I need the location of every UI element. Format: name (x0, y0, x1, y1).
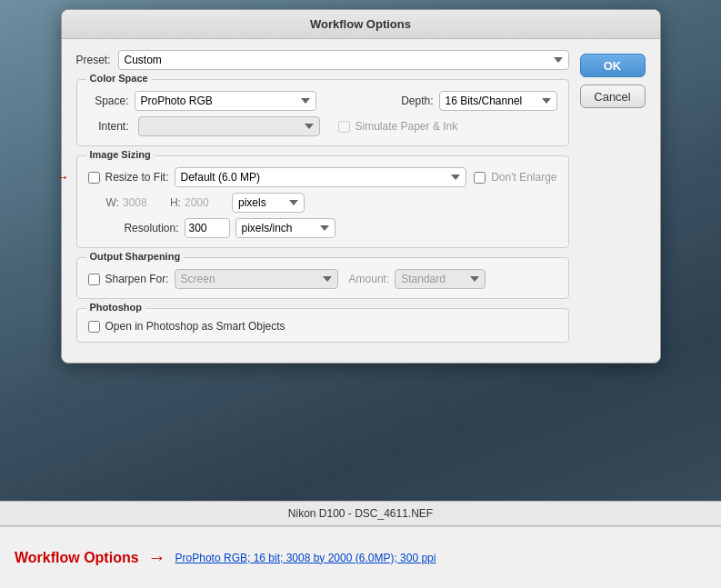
simulate-checkbox[interactable] (338, 121, 350, 133)
dialog-title: Workflow Options (310, 17, 411, 31)
preset-select[interactable]: Custom (118, 50, 569, 70)
footer-bar: Workflow Options → ProPhoto RGB; 16 bit;… (0, 526, 721, 588)
smart-objects-checkbox[interactable] (88, 321, 100, 333)
depth-select[interactable]: 16 Bits/Channel 8 Bits/Channel (439, 91, 557, 111)
preset-label: Preset: (76, 54, 111, 66)
footer-link[interactable]: ProPhoto RGB; 16 bit; 3008 by 2000 (6.0M… (175, 552, 436, 564)
dont-enlarge-checkbox[interactable] (474, 172, 486, 184)
h-label: H: (170, 196, 181, 209)
dialog-buttons: OK Cancel (580, 50, 646, 352)
dialog-titlebar: Workflow Options (62, 10, 660, 39)
w-value: 3008 (123, 196, 159, 209)
photoshop-row: Open in Photoshop as Smart Objects (88, 320, 557, 333)
dimensions-row: W: 3008 H: 2000 pixels inches cm (88, 193, 557, 213)
dialog-overlay: Workflow Options Preset: Custom Color Sp… (0, 0, 721, 501)
color-space-group: Color Space Space: ProPhoto RGB sRGB Ado… (76, 79, 569, 146)
workflow-options-dialog: Workflow Options Preset: Custom Color Sp… (61, 9, 661, 364)
photoshop-title: Photoshop (86, 302, 145, 313)
color-space-top-row: Space: ProPhoto RGB sRGB Adobe RGB Depth… (88, 91, 557, 111)
resolution-input[interactable] (185, 218, 230, 238)
smart-objects-label: Open in Photoshop as Smart Objects (105, 320, 285, 333)
image-sizing-title: Image Sizing (86, 149, 155, 160)
resize-checkbox[interactable] (88, 172, 100, 184)
h-value: 2000 (185, 196, 221, 209)
status-bar: Nikon D100 - DSC_4611.NEF (0, 501, 721, 526)
dialog-main: Preset: Custom Color Space Space: ProPho… (76, 50, 569, 352)
dont-enlarge-label: Don't Enlarge (491, 171, 556, 184)
space-label: Space: (88, 95, 129, 107)
dialog-body: Preset: Custom Color Space Space: ProPho… (62, 39, 660, 363)
red-arrow-icon: → (55, 169, 70, 185)
unit-select[interactable]: pixels inches cm (232, 193, 305, 213)
cancel-button[interactable]: Cancel (580, 85, 646, 108)
color-space-right: Depth: 16 Bits/Channel 8 Bits/Channel (401, 91, 556, 111)
intent-row: Intent: Simulate Paper & Ink (88, 116, 557, 136)
space-select[interactable]: ProPhoto RGB sRGB Adobe RGB (135, 91, 316, 111)
output-sharpening-title: Output Sharpening (86, 251, 185, 262)
sharpen-for-select[interactable]: Screen Matte Paper Glossy Paper (175, 269, 338, 289)
sharpen-row: Sharpen For: Screen Matte Paper Glossy P… (88, 269, 557, 289)
amount-label: Amount: (349, 273, 390, 285)
sharpen-label: Sharpen For: (105, 273, 169, 285)
preset-row: Preset: Custom (76, 50, 569, 70)
sharpen-checkbox[interactable] (88, 274, 100, 285)
resize-select[interactable]: Default (6.0 MP) (175, 167, 467, 187)
amount-select[interactable]: Standard Low High (395, 269, 486, 289)
depth-label: Depth: (401, 95, 433, 107)
resolution-row: Resolution: pixels/inch pixels/cm (88, 218, 557, 238)
ok-button[interactable]: OK (580, 54, 646, 77)
intent-select[interactable] (138, 116, 320, 136)
intent-label: Intent: (88, 120, 129, 133)
resize-row: → Resize to Fit: Default (6.0 MP) Don't … (88, 167, 557, 187)
photoshop-group: Photoshop Open in Photoshop as Smart Obj… (76, 308, 569, 343)
w-label: W: (106, 196, 119, 209)
simulate-label: Simulate Paper & Ink (355, 120, 458, 133)
output-sharpening-group: Output Sharpening Sharpen For: Screen Ma… (76, 257, 569, 299)
footer-arrow-icon: → (148, 547, 166, 568)
color-space-left: Space: ProPhoto RGB sRGB Adobe RGB (88, 91, 316, 111)
res-unit-select[interactable]: pixels/inch pixels/cm (235, 218, 335, 238)
color-space-title: Color Space (86, 73, 152, 84)
footer-title: Workflow Options (15, 550, 139, 566)
dont-enlarge-group: Don't Enlarge (474, 171, 556, 184)
image-sizing-group: Image Sizing → Resize to Fit: Default (6… (76, 155, 569, 248)
status-bar-text: Nikon D100 - DSC_4611.NEF (288, 507, 433, 520)
resolution-label: Resolution: (106, 222, 179, 234)
simulate-row: Simulate Paper & Ink (338, 120, 458, 133)
resize-label: Resize to Fit: (105, 171, 169, 184)
